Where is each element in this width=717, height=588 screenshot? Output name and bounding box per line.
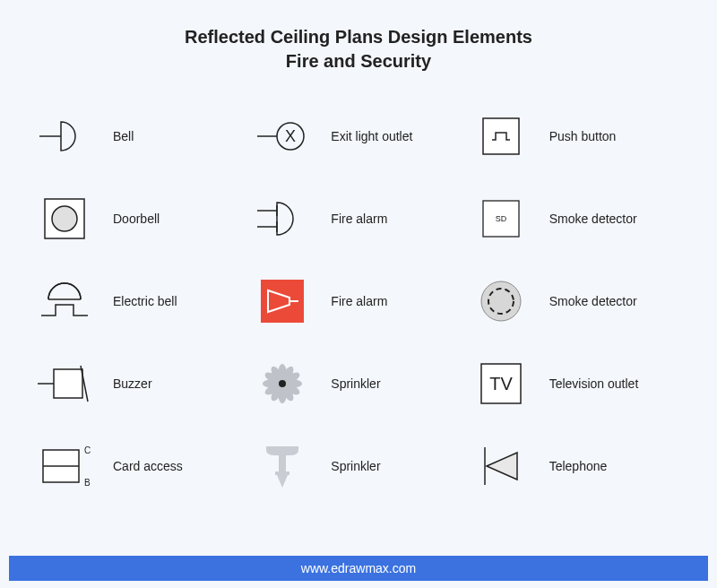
cell-sprinkler-flower: Sprinkler (254, 355, 462, 412)
svg-text:X: X (285, 127, 296, 145)
cell-buzzer: Buzzer (36, 355, 245, 412)
cell-fire-alarm-red: Fire alarm (254, 272, 462, 330)
page-title-block: Reflected Ceiling Plans Design Elements … (0, 0, 717, 82)
doorbell-icon (36, 190, 93, 247)
exit-light-outlet-icon: X (254, 108, 311, 165)
electric-bell-icon (36, 272, 93, 330)
smoke-detector-sd-label: Smoke detector (549, 212, 637, 226)
cell-sprinkler-head: Sprinkler (254, 437, 462, 495)
svg-point-6 (52, 206, 77, 231)
buzzer-icon (36, 355, 93, 412)
svg-rect-4 (483, 118, 519, 154)
cell-exit-light-outlet: X Exit light outlet (254, 108, 462, 165)
smoke-detector-ring-icon (472, 272, 530, 330)
svg-text:C: C (84, 445, 91, 455)
smoke-detector-sd-icon: SD (472, 190, 530, 247)
card-access-icon: C B (36, 437, 93, 495)
title-line-2: Fire and Security (286, 51, 431, 71)
symbol-grid: Bell X Exit light outlet Push button (0, 82, 717, 504)
fire-alarm-icon (254, 190, 311, 247)
push-button-icon (472, 108, 530, 165)
television-outlet-label: Television outlet (549, 376, 639, 391)
footer-bar: www.edrawmax.com (9, 556, 708, 581)
sprinkler-head-label: Sprinkler (331, 459, 380, 473)
cell-card-access: C B Card access (36, 437, 245, 495)
buzzer-label: Buzzer (113, 376, 152, 391)
sprinkler-head-icon (254, 437, 311, 495)
bell-icon (36, 108, 93, 165)
card-access-label: Card access (113, 459, 183, 473)
cell-doorbell: Doorbell (36, 190, 245, 247)
cell-bell: Bell (36, 108, 245, 165)
smoke-detector-ring-label: Smoke detector (549, 294, 637, 308)
svg-text:TV: TV (489, 374, 513, 393)
telephone-icon (472, 437, 530, 495)
cell-telephone: Telephone (472, 437, 681, 495)
svg-text:B: B (84, 478, 91, 488)
svg-rect-40 (275, 471, 289, 475)
fire-alarm-label: Fire alarm (331, 212, 387, 226)
fire-alarm-red-icon (254, 272, 311, 330)
bell-label: Bell (113, 129, 134, 143)
cell-push-button: Push button (472, 108, 681, 165)
electric-bell-label: Electric bell (113, 294, 177, 308)
svg-rect-18 (54, 369, 82, 398)
exit-light-outlet-label: Exit light outlet (331, 129, 412, 143)
push-button-label: Push button (549, 129, 617, 143)
svg-point-15 (481, 281, 521, 321)
svg-rect-39 (279, 455, 286, 471)
doorbell-label: Doorbell (113, 212, 160, 226)
footer-url: www.edrawmax.com (301, 561, 416, 575)
title-line-1: Reflected Ceiling Plans Design Elements (185, 27, 532, 47)
telephone-label: Telephone (549, 459, 608, 473)
cell-television-outlet: TV Television outlet (472, 355, 681, 412)
sd-text: SD (495, 214, 506, 223)
sprinkler-flower-icon (254, 355, 311, 412)
svg-point-32 (279, 380, 286, 387)
sprinkler-flower-label: Sprinkler (331, 376, 380, 391)
cell-smoke-detector-ring: Smoke detector (472, 272, 681, 330)
fire-alarm-red-label: Fire alarm (331, 294, 387, 308)
cell-smoke-detector-sd: SD Smoke detector (472, 190, 681, 247)
cell-fire-alarm: Fire alarm (254, 190, 462, 247)
television-outlet-icon: TV (472, 355, 530, 412)
cell-electric-bell: Electric bell (36, 272, 245, 330)
